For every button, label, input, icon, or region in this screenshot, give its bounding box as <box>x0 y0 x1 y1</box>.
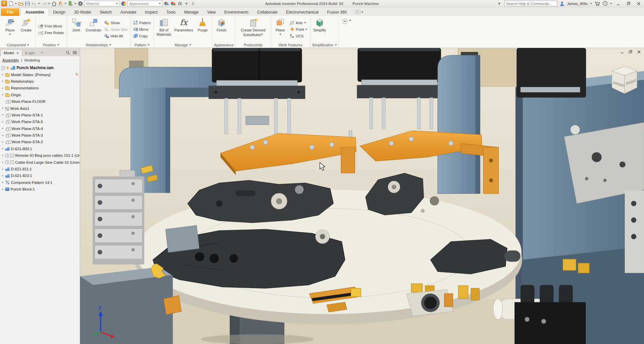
expand-icon[interactable]: + <box>1 107 4 110</box>
open-icon[interactable] <box>18 1 23 7</box>
expand-icon[interactable]: + <box>1 140 4 144</box>
help-icon[interactable]: ? <box>602 1 608 7</box>
tab-assemble[interactable]: Assemble <box>21 8 49 16</box>
tree-item-cable-end[interactable]: +Cable End Large Sine Cable:10 (Unreso <box>1 159 80 165</box>
tree-item-representations[interactable]: +Representations <box>1 85 80 91</box>
expand-icon[interactable]: + <box>1 147 4 150</box>
expand-icon[interactable]: + <box>1 120 4 124</box>
inventor-logo[interactable]: I <box>1 1 7 6</box>
expand-icon[interactable]: + <box>1 79 4 83</box>
home-icon[interactable] <box>51 1 57 7</box>
panel-label-relationships[interactable]: Relationships <box>69 42 128 48</box>
create-button[interactable]: Create <box>19 17 34 42</box>
purge-button[interactable]: Purge <box>195 17 210 42</box>
browser-tab-model[interactable]: Model✕ <box>1 49 22 56</box>
bill-of-materials-button[interactable]: Bill ofMaterials <box>156 17 172 42</box>
render-wheel-icon[interactable] <box>78 1 83 7</box>
quick-launch-icon[interactable] <box>58 1 63 7</box>
show-sick-button[interactable]: Show Sick <box>103 26 128 32</box>
browser-tab-add[interactable]: + <box>38 49 46 56</box>
panel-label-component[interactable]: Component <box>2 42 34 48</box>
copy-button[interactable]: Copy <box>132 33 152 39</box>
tab-3d-model[interactable]: 3D Model <box>70 8 95 16</box>
quick-launch-caret[interactable] <box>65 3 67 5</box>
expand-icon[interactable]: + <box>1 181 4 184</box>
tab-collaborate[interactable]: Collaborate <box>253 8 282 16</box>
expand-icon[interactable]: + <box>1 127 4 130</box>
panel-display-options[interactable] <box>339 16 354 48</box>
viewport-3d-scene[interactable]: Z <box>80 48 644 344</box>
redo-caret[interactable] <box>48 3 50 5</box>
pattern-button[interactable]: Pattern <box>132 20 152 26</box>
tab-tools[interactable]: Tools <box>162 8 180 16</box>
panel-label-pattern[interactable]: Pattern <box>132 42 152 48</box>
filter-assembly[interactable]: Assembly <box>2 58 19 62</box>
tree-item-work-plane-sta5[interactable]: +Work Plane-STA-5 <box>1 118 80 125</box>
undo-caret[interactable] <box>38 3 40 5</box>
tree-item-d621-811[interactable]: +D-621-811:1 <box>1 166 80 172</box>
tab-manage[interactable]: Manage <box>180 8 203 16</box>
finish-button[interactable]: Finish <box>214 17 229 42</box>
user-name[interactable]: James_Willo <box>567 2 588 6</box>
tree-item-work-plane-sta1[interactable]: +Work Plane-STA-1 <box>1 112 80 118</box>
user-menu-caret[interactable] <box>590 3 592 5</box>
panel-label-manage[interactable]: Manage <box>156 42 210 48</box>
plane-button[interactable]: Plane <box>273 17 288 42</box>
adjust-appearance-icon[interactable] <box>164 1 169 7</box>
help-search-input[interactable] <box>504 1 557 6</box>
tree-item-work-axis[interactable]: +Work Axis1 <box>1 105 80 111</box>
hide-all-button[interactable]: Hide All <box>103 33 128 39</box>
simplify-button[interactable]: Simplify <box>312 17 327 42</box>
new-file-caret[interactable] <box>15 3 17 5</box>
doc-restore-button[interactable] <box>629 50 632 54</box>
tree-item-work-plane-floor[interactable]: Work Plane-FLOOR <box>1 98 80 105</box>
browser-tab-ilogic[interactable]: iLogic <box>23 50 38 56</box>
tab-inspect[interactable]: Inspect <box>141 8 162 16</box>
place-button[interactable]: Place <box>2 17 18 42</box>
expand-icon[interactable]: + <box>1 167 4 171</box>
tree-item-work-plane-sta3[interactable]: +Work Plane-STA-3 <box>1 132 80 139</box>
tree-item-work-plane-sta4[interactable]: +Work Plane-STA-4 <box>1 125 80 132</box>
mirror-button[interactable]: Mirror <box>132 26 152 32</box>
tree-item-d621-823[interactable]: +D-621-823:1 <box>1 172 80 179</box>
user-avatar-icon[interactable] <box>560 1 565 7</box>
tree-item-remote-io[interactable]: +Remote IO Blog prox cables 101:1 (Unr <box>1 152 80 159</box>
tab-electromechanical[interactable]: Electromechanical <box>282 8 323 16</box>
panel-label-productivity[interactable]: Productivity <box>237 42 269 48</box>
tab-file[interactable]: File <box>1 8 19 16</box>
tree-item-punch-block[interactable]: +Punch Block:1 <box>1 186 80 193</box>
select-tool-icon[interactable] <box>68 1 73 7</box>
filter-modeling[interactable]: Modeling <box>24 58 40 62</box>
expand-icon[interactable]: + <box>1 134 4 137</box>
ribbon-collapse-button[interactable] <box>355 10 363 16</box>
show-button[interactable]: Show <box>103 20 128 26</box>
expand-icon[interactable]: + <box>1 73 4 76</box>
tab-view[interactable]: View <box>203 8 220 16</box>
expand-icon[interactable]: + <box>1 154 4 157</box>
expand-icon[interactable]: + <box>1 160 4 164</box>
doc-close-button[interactable] <box>637 50 641 54</box>
window-minimize-button[interactable] <box>614 1 622 7</box>
expand-icon[interactable]: + <box>1 86 4 90</box>
appearance-combo[interactable]: Appearance <box>127 1 162 6</box>
parameters-fx-icon[interactable]: fx <box>177 1 182 7</box>
tab-annotate[interactable]: Annotate <box>116 8 141 16</box>
clear-appearance-icon[interactable] <box>170 1 176 7</box>
tab-environments[interactable]: Environments <box>220 8 253 16</box>
panel-label-position[interactable]: Position <box>37 42 65 48</box>
free-move-button[interactable]: Free Move <box>37 23 65 29</box>
qat-customize-chevron[interactable] <box>190 1 196 7</box>
search-expand-arrow[interactable] <box>497 1 502 7</box>
axis-button[interactable]: Axis <box>289 20 308 26</box>
doc-minimize-button[interactable] <box>621 50 624 54</box>
select-tool-caret[interactable] <box>74 3 76 5</box>
tab-fusion-360[interactable]: Fusion 360 <box>323 8 351 16</box>
ucs-button[interactable]: UCS <box>289 33 308 39</box>
browser-menu-icon[interactable] <box>73 51 77 54</box>
expand-icon[interactable]: + <box>1 113 4 117</box>
help-caret[interactable] <box>610 3 612 5</box>
joint-button[interactable]: Joint <box>69 17 84 42</box>
create-derived-substitutes-button[interactable]: Create DerivedSubstitutes <box>237 17 269 42</box>
add-icon[interactable] <box>184 1 189 7</box>
tree-item-d621-800[interactable]: +D-621-800:1 <box>1 146 80 152</box>
